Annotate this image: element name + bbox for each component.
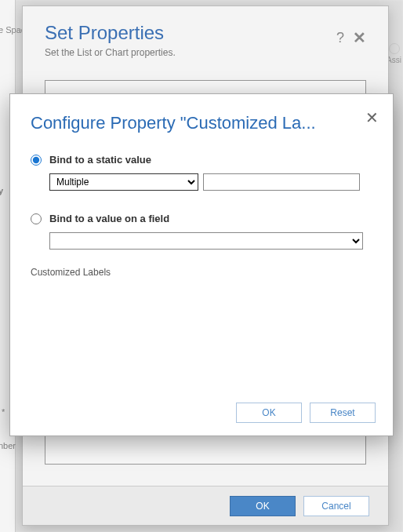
bg-label: y	[0, 186, 3, 195]
bind-field-option[interactable]: Bind to a value on a field	[31, 213, 372, 224]
bind-static-option[interactable]: Bind to a static value	[31, 154, 372, 166]
static-value-input[interactable]	[203, 173, 360, 191]
lightbulb-icon	[389, 43, 400, 54]
bind-static-radio[interactable]	[31, 155, 42, 166]
inner-dialog-title: Configure Property "Customized La...	[31, 113, 360, 133]
inner-dialog-footer: OK Reset	[236, 403, 376, 423]
bg-label: *	[2, 407, 5, 417]
dialog-subtitle: Set the List or Chart properties.	[45, 47, 366, 58]
dialog-header: Set Properties Set the List or Chart pro…	[23, 6, 388, 69]
help-icon[interactable]: ?	[336, 30, 344, 46]
bg-label: nber	[0, 441, 16, 450]
bind-static-label: Bind to a static value	[49, 154, 151, 166]
field-select[interactable]	[49, 232, 363, 250]
ok-button[interactable]: OK	[236, 403, 302, 423]
dialog-title: Set Properties	[45, 22, 366, 44]
ok-button[interactable]: OK	[230, 496, 296, 516]
inner-dialog-header: Configure Property "Customized La... ✕	[10, 94, 393, 146]
property-name-label: Customized Labels	[31, 267, 372, 278]
close-icon[interactable]: ✕	[353, 28, 366, 47]
close-icon[interactable]: ✕	[365, 108, 379, 127]
cancel-button[interactable]: Cancel	[303, 496, 369, 516]
static-value-row: Multiple	[49, 173, 372, 191]
reset-button[interactable]: Reset	[310, 403, 376, 423]
configure-property-dialog: Configure Property "Customized La... ✕ B…	[9, 93, 394, 436]
inner-dialog-body: Bind to a static value Multiple Bind to …	[10, 146, 393, 278]
dialog-footer: OK Cancel	[23, 486, 388, 525]
bind-field-radio[interactable]	[31, 213, 42, 224]
static-type-select[interactable]: Multiple	[49, 173, 198, 191]
bind-field-label: Bind to a value on a field	[49, 213, 169, 224]
